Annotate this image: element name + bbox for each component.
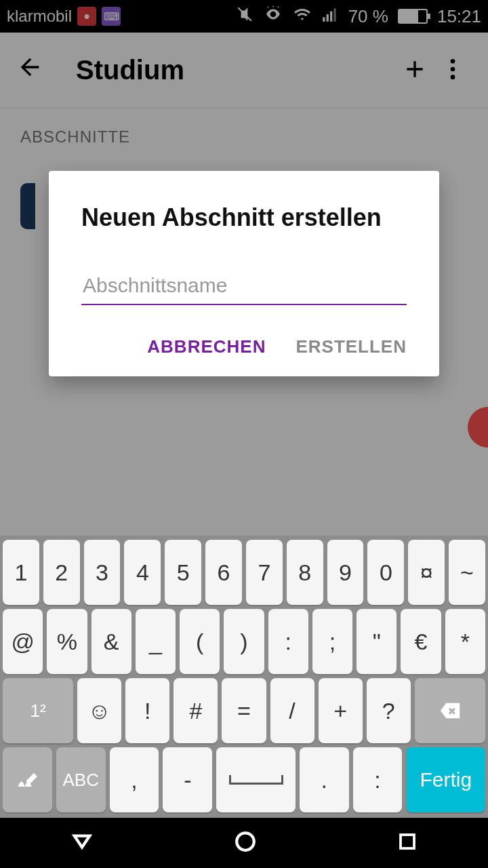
key-☺[interactable]: ☺: [77, 678, 121, 743]
key-mode-abc[interactable]: ABC: [56, 747, 106, 812]
soft-keyboard: 1234567890¤~ @%&_():;"€* 1² ☺!#=/+? ABC …: [0, 536, 488, 818]
key-,[interactable]: ,: [110, 747, 159, 812]
key-![interactable]: !: [125, 678, 169, 743]
section-name-input[interactable]: [81, 270, 407, 305]
key-1[interactable]: 1: [3, 540, 39, 605]
key-backspace[interactable]: [415, 678, 485, 743]
key-0[interactable]: 0: [367, 540, 404, 605]
key-/[interactable]: /: [270, 678, 314, 743]
key-:[interactable]: :: [353, 747, 403, 812]
key-5[interactable]: 5: [165, 540, 201, 605]
key-4[interactable]: 4: [124, 540, 161, 605]
key-%[interactable]: %: [47, 609, 87, 674]
key-7[interactable]: 7: [246, 540, 283, 605]
create-button[interactable]: ERSTELLEN: [296, 336, 407, 357]
nav-back[interactable]: [70, 830, 94, 856]
key-@[interactable]: @: [3, 609, 43, 674]
svg-rect-9: [401, 835, 414, 848]
key-6[interactable]: 6: [205, 540, 242, 605]
key-+[interactable]: +: [319, 678, 363, 743]
key-_[interactable]: _: [136, 609, 176, 674]
key-space[interactable]: [216, 747, 296, 812]
key-#[interactable]: #: [174, 678, 218, 743]
key--[interactable]: -: [163, 747, 212, 812]
cancel-button[interactable]: ABBRECHEN: [147, 336, 266, 357]
key-~[interactable]: ~: [449, 540, 485, 605]
key-([interactable]: (: [180, 609, 220, 674]
key-shift[interactable]: 1²: [3, 678, 73, 743]
svg-point-8: [237, 833, 254, 850]
create-section-dialog: Neuen Abschnitt erstellen ABBRECHEN ERST…: [49, 171, 439, 376]
key-¤[interactable]: ¤: [408, 540, 445, 605]
key-"[interactable]: ": [357, 609, 396, 674]
key-*[interactable]: *: [445, 609, 485, 674]
key-:[interactable]: :: [268, 609, 308, 674]
nav-recent[interactable]: [397, 831, 418, 854]
key-handwriting[interactable]: [3, 747, 52, 812]
key-?[interactable]: ?: [367, 678, 411, 743]
key-=[interactable]: =: [222, 678, 266, 743]
key-8[interactable]: 8: [287, 540, 323, 605]
system-nav-bar: [0, 818, 488, 868]
key-3[interactable]: 3: [84, 540, 121, 605]
key-9[interactable]: 9: [327, 540, 364, 605]
key-.[interactable]: .: [300, 747, 349, 812]
key-&[interactable]: &: [92, 609, 131, 674]
nav-home[interactable]: [234, 830, 257, 856]
key-€[interactable]: €: [401, 609, 441, 674]
key-2[interactable]: 2: [43, 540, 80, 605]
key-;[interactable]: ;: [312, 609, 352, 674]
key-done[interactable]: Fertig: [406, 747, 485, 812]
dialog-title: Neuen Abschnitt erstellen: [81, 203, 407, 232]
key-)[interactable]: ): [224, 609, 264, 674]
